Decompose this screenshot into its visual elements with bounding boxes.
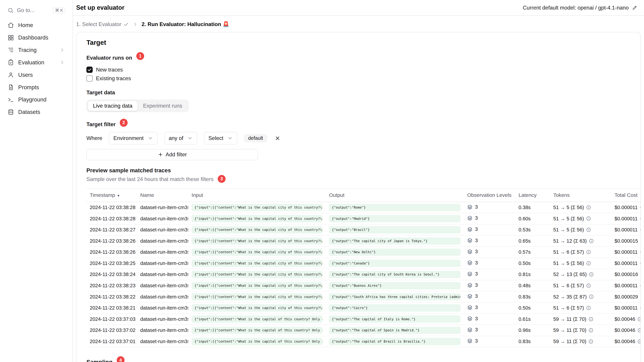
info-icon[interactable] (640, 283, 640, 288)
cell-output[interactable]: {"output":"The capital of Spain is Madri… (329, 327, 461, 334)
info-icon[interactable] (589, 272, 594, 277)
filter-field-dropdown[interactable]: Environment (109, 132, 158, 144)
info-icon[interactable] (586, 261, 591, 266)
plus-icon (158, 152, 163, 157)
cell-name: dataset-run-item-cm3s4 (137, 269, 188, 280)
info-icon[interactable] (640, 261, 640, 266)
checkbox[interactable] (86, 66, 92, 73)
info-icon[interactable] (640, 306, 640, 310)
trace-row[interactable]: 2024-11-22 03:37:01 dataset-run-item-cm3… (86, 336, 640, 347)
cell-output[interactable]: {"output":"The capital of Italy is Rome.… (329, 316, 461, 323)
column-header-latency: Latency (515, 188, 550, 202)
info-icon[interactable] (588, 339, 594, 344)
trace-row[interactable]: 2024-11-22 03:38:21 dataset-run-item-cm3… (86, 302, 640, 314)
sidebar-item-dashboards[interactable]: Dashboards (5, 31, 68, 44)
cell-observation-levels: 3 (467, 327, 478, 333)
sidebar-item-home[interactable]: Home (5, 19, 68, 31)
info-icon[interactable] (640, 272, 640, 277)
cell-output[interactable]: {"output":"The capital city of South Kor… (329, 271, 461, 278)
info-icon[interactable] (589, 239, 594, 244)
info-icon[interactable] (588, 328, 594, 333)
dashboards-icon (8, 34, 14, 41)
cell-input[interactable]: {"input":[{"content":"What is the capita… (192, 237, 322, 245)
info-icon[interactable] (637, 328, 640, 333)
cell-input[interactable]: {"input":[{"content":"What is the capita… (192, 215, 322, 222)
trace-row[interactable]: 2024-11-22 03:38:28 dataset-run-item-cm3… (86, 213, 640, 224)
edit-pencil-icon[interactable] (632, 5, 638, 10)
cell-tokens: 52 → 13 (Σ 65) (553, 272, 586, 277)
tab-experiment-runs[interactable]: Experiment runs (138, 101, 188, 111)
remove-filter-button[interactable] (274, 134, 281, 142)
cell-output[interactable]: {"output":"The capital city of Japan is … (329, 237, 461, 245)
cell-input[interactable]: {"input":[{"content":"What is the capita… (192, 293, 322, 300)
cell-input[interactable]: {"input":[{"content":"What is the capita… (192, 282, 322, 289)
info-icon[interactable] (586, 205, 591, 210)
info-icon[interactable] (588, 317, 594, 322)
cell-input[interactable]: {"input":[{"content":"What is the capita… (192, 260, 322, 267)
table-body: 2024-11-22 03:38:28 dataset-run-item-cm3… (86, 202, 640, 347)
preview-subtitle: Sample over the last 24 hours that match… (86, 176, 214, 182)
cell-input[interactable]: {"input":[{"content":"What is the capita… (192, 271, 322, 278)
cell-output[interactable]: {"output":"Brazil"} (329, 226, 461, 233)
cell-output[interactable]: {"output":"Cairo"} (329, 304, 461, 312)
info-icon[interactable] (586, 216, 591, 221)
info-icon[interactable] (586, 250, 591, 255)
trace-row[interactable]: 2024-11-22 03:38:26 dataset-run-item-cm3… (86, 235, 640, 247)
cell-timestamp: 2024-11-22 03:37:03 (86, 314, 137, 325)
home-icon (8, 22, 14, 29)
breadcrumb-step-select-evaluator[interactable]: 1. Select Evaluator (76, 21, 129, 27)
trace-row[interactable]: 2024-11-22 03:38:22 dataset-run-item-cm3… (86, 291, 640, 302)
goto-search[interactable]: Go to... ⌘ K (5, 4, 68, 16)
sidebar-item-playground[interactable]: Playground (5, 93, 68, 106)
cell-latency: 0.53s (515, 224, 550, 236)
cell-input[interactable]: {"input":[{"content":"What is the capita… (192, 327, 322, 334)
info-icon[interactable] (640, 205, 640, 210)
info-icon[interactable] (637, 317, 640, 322)
info-icon[interactable] (586, 227, 591, 232)
cell-input[interactable]: {"input":[{"content":"What is the capita… (192, 226, 322, 233)
sidebar-item-prompts[interactable]: Prompts (5, 81, 68, 93)
info-icon[interactable] (640, 239, 640, 244)
cell-input[interactable]: {"input":[{"content":"What is the capita… (192, 249, 322, 256)
cell-output[interactable]: {"output":"New Delhi"} (329, 249, 461, 256)
trace-row[interactable]: 2024-11-22 03:38:26 dataset-run-item-cm3… (86, 247, 640, 258)
cell-output[interactable]: {"output":"Madrid"} (329, 215, 461, 222)
cell-output[interactable]: {"output":"Buenos Aires"} (329, 282, 461, 289)
cell-input[interactable]: {"input":[{"content":"What is the capita… (192, 304, 322, 312)
cell-output[interactable]: {"output":"Canada"} (329, 260, 461, 267)
filter-value-dropdown[interactable]: Select (204, 132, 237, 144)
sidebar-item-evaluation[interactable]: Evaluation (5, 56, 68, 69)
cell-input[interactable]: {"input":[{"content":"What is the capita… (192, 204, 322, 211)
trace-row[interactable]: 2024-11-22 03:37:02 dataset-run-item-cm3… (86, 325, 640, 336)
info-icon[interactable] (640, 294, 640, 299)
info-icon[interactable] (586, 283, 591, 288)
filter-operator-dropdown[interactable]: any of (164, 132, 197, 144)
trace-row[interactable]: 2024-11-22 03:38:27 dataset-run-item-cm3… (86, 224, 640, 236)
trace-row[interactable]: 2024-11-22 03:38:23 dataset-run-item-cm3… (86, 280, 640, 291)
checkbox[interactable] (86, 75, 92, 81)
add-filter-button[interactable]: Add filter (86, 149, 258, 160)
trace-row[interactable]: 2024-11-22 03:38:28 dataset-run-item-cm3… (86, 202, 640, 213)
cell-output[interactable]: {"output":"Rome"} (329, 204, 461, 211)
info-icon[interactable] (640, 216, 640, 221)
trace-row[interactable]: 2024-11-22 03:37:03 dataset-run-item-cm3… (86, 314, 640, 325)
sidebar-item-users[interactable]: Users (5, 69, 68, 81)
sidebar-item-datasets[interactable]: Datasets (5, 106, 68, 118)
cell-input[interactable]: {"input":[{"content":"What is the capita… (192, 338, 322, 345)
cell-latency: 0.50s (515, 302, 550, 314)
trace-row[interactable]: 2024-11-22 03:38:25 dataset-run-item-cm3… (86, 258, 640, 269)
trace-row[interactable]: 2024-11-22 03:38:24 dataset-run-item-cm3… (86, 269, 640, 280)
info-icon[interactable] (586, 306, 591, 310)
info-icon[interactable] (637, 339, 640, 344)
info-icon[interactable] (640, 250, 640, 255)
checkbox-option-new-traces[interactable]: New traces (86, 65, 630, 74)
cell-input[interactable]: {"input":[{"content":"What is the capita… (192, 316, 322, 323)
checkbox-option-existing-traces[interactable]: Existing traces (86, 74, 630, 83)
info-icon[interactable] (589, 294, 594, 299)
cell-output[interactable]: {"output":"The capital of Brazil is Bras… (329, 338, 461, 345)
column-header-timestamp[interactable]: Timestamp▼ (86, 188, 137, 202)
cell-output[interactable]: {"output":"South Africa has three capita… (329, 293, 461, 300)
sidebar-item-tracing[interactable]: Tracing (5, 44, 68, 56)
tab-live-tracing-data[interactable]: Live tracing data (88, 101, 138, 111)
info-icon[interactable] (640, 227, 640, 232)
